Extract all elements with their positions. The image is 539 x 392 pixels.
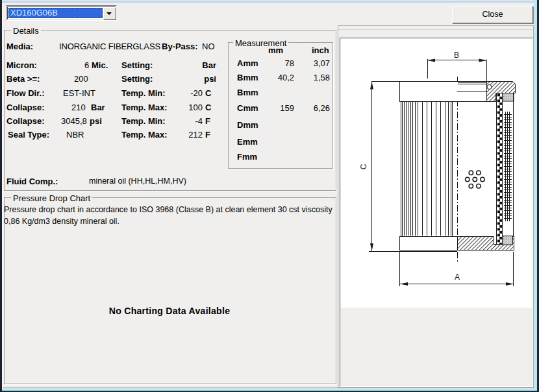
svg-text:C: C	[359, 164, 368, 169]
svg-text:A: A	[455, 273, 460, 282]
svg-text:B: B	[454, 51, 459, 60]
